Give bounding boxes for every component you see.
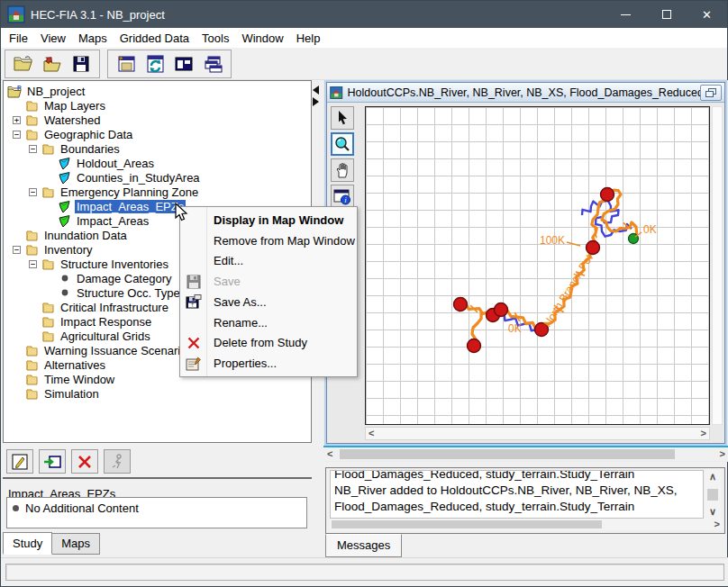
cascade-windows-button[interactable]: [201, 53, 224, 75]
scrollbar-thumb[interactable]: [340, 449, 675, 459]
map-horizontal-scrollbar[interactable]: < >: [365, 427, 710, 440]
scroll-right-icon[interactable]: >: [701, 429, 706, 438]
messages-panel: Flood_Damages_Reduced, study_terrain.Stu…: [325, 467, 725, 534]
collapse-icon[interactable]: −: [29, 188, 37, 196]
menu-item-delete-from-study[interactable]: Delete from Study: [180, 333, 357, 354]
menu-item-save-as[interactable]: TSave As...: [180, 292, 357, 312]
open-study-button[interactable]: [12, 53, 35, 75]
map-vertical-scrollbar[interactable]: [712, 106, 723, 425]
menu-item-save: Save: [180, 271, 357, 292]
menu-item-edit[interactable]: Edit...: [180, 251, 357, 272]
tree-item-label[interactable]: Boundaries: [59, 142, 122, 156]
tree-item-label[interactable]: Agricultural Grids: [59, 330, 152, 343]
tree-item-label[interactable]: Structure Occ. Types: [75, 286, 187, 300]
collapse-icon[interactable]: −: [29, 145, 37, 153]
tree-action-toolbar: [3, 446, 312, 479]
map-window-titlebar[interactable]: HoldoutCCPs.NB_River, NB_River, NB_XS, F…: [327, 83, 724, 103]
menu-maps[interactable]: Maps: [72, 30, 114, 47]
tree-item-boundaries[interactable]: −Boundaries: [4, 141, 311, 156]
tree-item-counties-in-studyarea[interactable]: Counties_in_StudyArea: [4, 170, 311, 185]
refresh-map-button[interactable]: [143, 53, 167, 75]
zoom-tool-button[interactable]: [331, 132, 354, 156]
menu-window[interactable]: Window: [235, 30, 289, 47]
save-study-button[interactable]: [69, 53, 93, 75]
maximize-button[interactable]: [646, 1, 687, 28]
compute-item-button[interactable]: [104, 449, 131, 474]
tree-item-label[interactable]: NB_project: [25, 85, 86, 98]
menu-item-remove-from-map-window[interactable]: Remove from Map Window: [180, 230, 357, 251]
menu-item-properties[interactable]: Properties...: [180, 353, 357, 374]
pan-tool-button[interactable]: [331, 158, 354, 182]
desktop-horizontal-scrollbar[interactable]: < >: [323, 446, 728, 461]
import-study-button[interactable]: [41, 53, 64, 75]
tree-item-label[interactable]: Warning Issuance Scenarios: [42, 344, 195, 357]
expand-icon[interactable]: +: [13, 116, 21, 124]
tab-study[interactable]: Study: [3, 532, 52, 555]
collapse-icon[interactable]: −: [29, 260, 37, 268]
tree-item-label[interactable]: Inventory: [42, 243, 94, 257]
tree-item-label[interactable]: Alternatives: [42, 358, 107, 372]
tree-item-label[interactable]: Simulation: [42, 387, 101, 401]
tree-item-label[interactable]: Impact Response: [59, 315, 153, 329]
delete-item-button[interactable]: [71, 449, 98, 474]
menu-view[interactable]: View: [34, 30, 72, 47]
scroll-right-icon[interactable]: >: [714, 519, 723, 529]
common-computation-point[interactable]: [587, 241, 600, 255]
messages-vertical-scrollbar[interactable]: ∧ ∨: [705, 470, 721, 519]
tree-item-label[interactable]: Critical Infrastructure: [59, 301, 170, 314]
scroll-down-icon[interactable]: ∨: [709, 507, 716, 517]
messages-log[interactable]: Flood_Damages_Reduced, study_terrain.Stu…: [330, 470, 704, 519]
tree-item-map-layers[interactable]: Map Layers: [4, 98, 311, 113]
menu-help[interactable]: Help: [290, 30, 327, 47]
edit-item-button[interactable]: [6, 449, 33, 474]
scroll-up-icon[interactable]: ∧: [709, 472, 716, 482]
menu-item-rename[interactable]: Rename...: [180, 312, 357, 333]
tree-item-label[interactable]: Emergency Planning Zone: [59, 185, 200, 199]
messages-horizontal-scrollbar[interactable]: >: [330, 519, 723, 530]
common-computation-point[interactable]: [495, 303, 508, 317]
tile-windows-button[interactable]: [172, 53, 196, 75]
tree-item-label[interactable]: Map Layers: [42, 99, 107, 113]
tab-messages[interactable]: Messages: [325, 534, 402, 557]
tree-item-label[interactable]: Impact_Areas_EPZs: [75, 200, 186, 213]
tree-item-nb-project[interactable]: PNB_project: [4, 84, 311, 98]
import-item-button[interactable]: [39, 449, 66, 474]
menu-file[interactable]: File: [3, 30, 34, 47]
tree-item-label[interactable]: Time Window: [42, 373, 116, 386]
menu-item-display-in-map-window[interactable]: Display in Map Window: [180, 210, 357, 230]
tree-item-emergency-planning-zone[interactable]: −Emergency Planning Zone: [4, 185, 311, 199]
close-button[interactable]: ✕: [687, 1, 727, 28]
scroll-right-icon[interactable]: >: [716, 449, 728, 459]
common-computation-point[interactable]: [468, 339, 481, 353]
new-map-window-button[interactable]: [114, 53, 138, 75]
map-canvas[interactable]: 100K0K0KNorth Branch Pot: [365, 106, 710, 425]
tab-maps[interactable]: Maps: [51, 533, 100, 555]
menu-tools[interactable]: Tools: [196, 30, 235, 47]
pointer-tool-button[interactable]: [331, 106, 354, 130]
tree-item-label[interactable]: Geographic Data: [42, 128, 134, 141]
splitter-handle[interactable]: [313, 86, 322, 106]
tree-item-label[interactable]: Inundation Data: [42, 229, 129, 242]
scroll-left-icon[interactable]: <: [323, 449, 336, 459]
tree-item-label[interactable]: Impact_Areas: [75, 214, 150, 228]
scrollbar-thumb[interactable]: [707, 489, 718, 501]
collapse-icon[interactable]: −: [13, 246, 21, 254]
tree-item-label[interactable]: Structure Inventories: [59, 257, 170, 271]
tree-item-label[interactable]: Damage Category: [75, 272, 174, 285]
tree-item-label[interactable]: Holdout_Areas: [75, 157, 156, 170]
collapse-icon[interactable]: −: [13, 131, 21, 139]
scrollbar-thumb[interactable]: [332, 520, 602, 528]
menu-gridded-data[interactable]: Gridded Data: [114, 30, 196, 47]
tree-item-geographic-data[interactable]: −Geographic Data: [4, 127, 311, 141]
minimize-button[interactable]: [605, 1, 646, 28]
tree-item-label[interactable]: Counties_in_StudyArea: [75, 171, 202, 185]
tree-item-simulation[interactable]: Simulation: [4, 386, 311, 401]
info-tool-button[interactable]: i: [331, 185, 354, 208]
common-computation-point[interactable]: [601, 188, 614, 202]
tree-item-watershed[interactable]: +Watershed: [4, 113, 311, 127]
tree-item-label[interactable]: Watershed: [42, 113, 102, 127]
common-computation-point[interactable]: [454, 298, 468, 312]
tree-item-holdout-areas[interactable]: Holdout_Areas: [4, 156, 311, 170]
map-maximize-button[interactable]: [700, 85, 722, 101]
scroll-left-icon[interactable]: <: [369, 429, 374, 438]
